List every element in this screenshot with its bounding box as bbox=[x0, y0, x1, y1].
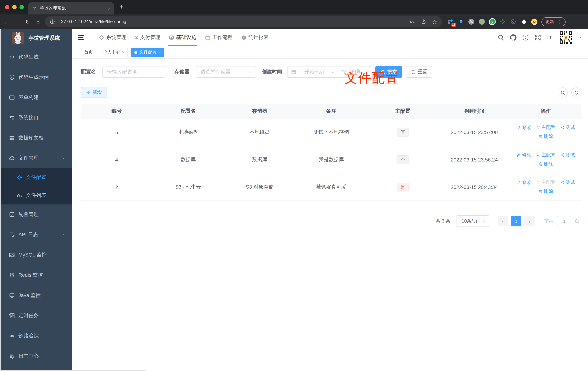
delete-link[interactable]: 删除 bbox=[538, 133, 553, 140]
cell-actions: 修改 主配置 测试 删除 bbox=[510, 152, 581, 167]
sidebar-item-redis-monitor[interactable]: Redis 监控 bbox=[0, 265, 72, 285]
file-config-table: 编号 配置名 存储器 备注 主配置 创建时间 操作 5 本地磁盘 本地磁盘 测试… bbox=[81, 104, 581, 201]
tag-profile[interactable]: 个人中心 × bbox=[100, 47, 128, 57]
puzzle-extensions-icon[interactable] bbox=[520, 18, 527, 25]
test-link[interactable]: 测试 bbox=[560, 179, 575, 186]
passwords-key-icon[interactable] bbox=[410, 19, 415, 24]
tag-close-icon[interactable]: × bbox=[158, 50, 161, 54]
sidebar-item-mysql-monitor[interactable]: MySQL 监控 bbox=[0, 245, 72, 265]
nav-item-system[interactable]: 系统管理 bbox=[95, 29, 131, 46]
site-info-icon[interactable] bbox=[50, 19, 55, 24]
sidebar-bottom-scrollbar[interactable] bbox=[1, 370, 146, 371]
master-tag: 否 bbox=[397, 128, 409, 136]
browser-menu-kebab-icon[interactable]: ⋮ bbox=[557, 19, 562, 24]
y-extension-icon[interactable] bbox=[489, 18, 496, 25]
sidebar-item-tracing[interactable]: 链路追踪 bbox=[0, 326, 72, 346]
star-extension-icon[interactable] bbox=[499, 18, 506, 25]
rings-extension-icon[interactable] bbox=[510, 18, 517, 25]
sidebar-item-code-gen-demo[interactable]: 代码生成示例 bbox=[0, 67, 72, 87]
sidebar-item-code-gen[interactable]: 代码生成 bbox=[0, 47, 72, 67]
bookmark-star-icon[interactable]: ☆ bbox=[432, 19, 437, 24]
emoji-extension-icon[interactable] bbox=[531, 18, 538, 25]
window-zoom-button[interactable] bbox=[20, 5, 24, 9]
address-bar[interactable]: 127.0.0.1:1024/infra/file/file-config ☆ bbox=[45, 16, 442, 27]
tweaks-extension-icon[interactable]: 11 bbox=[447, 18, 454, 25]
avatar-caret-down-icon[interactable] bbox=[579, 36, 582, 39]
extensions-row: 11 bbox=[447, 18, 538, 25]
window-close-button[interactable] bbox=[5, 5, 9, 9]
nav-item-workflow[interactable]: 工作流程 bbox=[201, 29, 237, 46]
github-icon[interactable] bbox=[510, 34, 516, 41]
browser-toolbar: ← → ↻ ⌂ 127.0.0.1:1024/infra/file/file-c… bbox=[0, 14, 588, 29]
end-date-placeholder[interactable]: 结束日期 bbox=[336, 69, 368, 75]
cloud-upload-icon bbox=[17, 193, 22, 198]
tab-close-icon[interactable]: × bbox=[108, 6, 111, 11]
nav-item-reports[interactable]: 统计报表 bbox=[237, 29, 273, 46]
prev-page-button[interactable]: ‹ bbox=[498, 216, 508, 226]
new-tab-button[interactable]: + bbox=[120, 4, 123, 10]
clock-doc-icon bbox=[9, 313, 15, 319]
browser-update-button[interactable]: 更新 ⋮ bbox=[541, 17, 566, 26]
nav-item-infrastructure[interactable]: 基础设施 bbox=[165, 29, 201, 46]
edit-link[interactable]: 修改 bbox=[516, 124, 531, 131]
add-button[interactable]: 新增 bbox=[81, 87, 107, 98]
current-page-button[interactable]: 1 bbox=[511, 216, 521, 226]
sidebar-item-api-log[interactable]: API 日志 bbox=[0, 225, 72, 245]
table-search-toggle-button[interactable] bbox=[558, 87, 568, 97]
sidebar-item-log-center[interactable]: 日志中心 bbox=[0, 346, 72, 366]
reload-icon[interactable]: ↻ bbox=[22, 19, 33, 24]
window-minimize-button[interactable] bbox=[12, 5, 17, 9]
sidebar-item-form-builder[interactable]: 表单构建 bbox=[0, 87, 72, 108]
share-icon[interactable] bbox=[421, 19, 426, 24]
sidebar-item-file-config[interactable]: 文件配置 bbox=[0, 168, 72, 186]
sidebar-item-db-doc[interactable]: 数据库文档 bbox=[0, 128, 72, 148]
edit-link[interactable]: 修改 bbox=[516, 152, 531, 158]
test-link[interactable]: 测试 bbox=[560, 152, 575, 158]
cell-name: 数据库 bbox=[152, 156, 224, 163]
command-extension-icon[interactable] bbox=[468, 18, 475, 25]
master-link[interactable]: 主配置 bbox=[536, 152, 556, 158]
tag-close-icon[interactable]: × bbox=[122, 50, 125, 54]
sidebar-item-file-list[interactable]: 文件列表 bbox=[0, 186, 72, 204]
back-icon[interactable]: ← bbox=[1, 19, 12, 24]
browser-tab[interactable]: 芋道管理系统 × bbox=[28, 2, 114, 14]
url-text[interactable]: 127.0.0.1:1024/infra/file/file-config bbox=[59, 19, 406, 24]
tag-file-config[interactable]: 文件配置 × bbox=[131, 47, 164, 57]
sidebar-item-file-management[interactable]: 文件管理 bbox=[0, 148, 72, 168]
delete-link[interactable]: 删除 bbox=[538, 188, 553, 195]
storage-label: 存储器 bbox=[174, 69, 190, 75]
sidebar-collapse-icon[interactable] bbox=[78, 34, 85, 41]
help-icon[interactable] bbox=[522, 34, 529, 41]
sidebar-item-config-management[interactable]: 配置管理 bbox=[0, 204, 72, 225]
delete-link[interactable]: 删除 bbox=[538, 161, 553, 167]
start-date-placeholder[interactable]: 开始日期 bbox=[298, 69, 330, 75]
date-range-picker[interactable]: 开始日期 - 结束日期 bbox=[287, 66, 371, 78]
sidebar-item-java-monitor[interactable]: Java 监控 bbox=[0, 285, 72, 306]
config-name-input[interactable] bbox=[102, 66, 165, 78]
nav-item-payment[interactable]: ¥ 支付管理 bbox=[131, 29, 165, 46]
test-link[interactable]: 测试 bbox=[560, 124, 575, 131]
column-header-master: 主配置 bbox=[367, 108, 439, 114]
sidebar-item-system-api[interactable]: 系统接口 bbox=[0, 108, 72, 128]
recorder-extension-icon[interactable] bbox=[478, 18, 485, 25]
edit-link[interactable]: 修改 bbox=[516, 179, 531, 186]
user-avatar[interactable] bbox=[559, 31, 573, 44]
active-dot bbox=[135, 51, 137, 54]
master-link[interactable]: 主配置 bbox=[536, 124, 556, 131]
forward-icon[interactable]: → bbox=[12, 19, 22, 24]
search-button[interactable]: 搜索 bbox=[375, 66, 402, 78]
storage-select[interactable]: 请选择存储器 bbox=[196, 66, 256, 78]
sidebar-item-scheduled-jobs[interactable]: 定时任务 bbox=[0, 306, 72, 326]
column-header-created: 创建时间 bbox=[439, 108, 510, 114]
home-icon[interactable]: ⌂ bbox=[33, 19, 43, 24]
search-icon[interactable] bbox=[498, 34, 504, 41]
table-refresh-button[interactable] bbox=[571, 87, 581, 97]
gem-extension-icon[interactable] bbox=[457, 18, 464, 25]
goto-page-input[interactable] bbox=[557, 216, 571, 226]
page-size-select[interactable]: 10条/页 bbox=[457, 215, 489, 227]
reset-button[interactable]: 重置 bbox=[406, 66, 432, 78]
fullscreen-icon[interactable] bbox=[535, 34, 541, 41]
next-page-button[interactable]: › bbox=[525, 216, 535, 226]
font-size-icon[interactable] bbox=[547, 34, 553, 41]
tag-home[interactable]: 首页 bbox=[81, 47, 96, 57]
